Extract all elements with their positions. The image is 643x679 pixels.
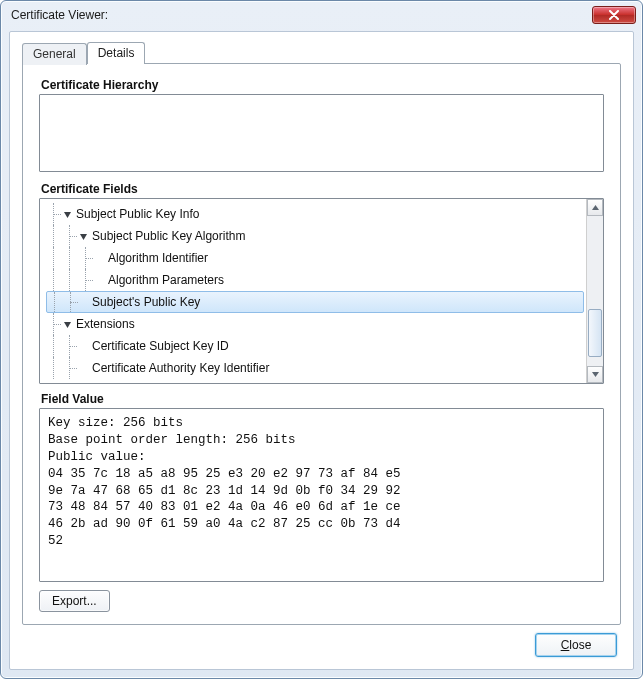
tree-expander-icon[interactable] <box>78 231 89 242</box>
value-label: Field Value <box>41 392 604 406</box>
tab-general[interactable]: General <box>22 43 87 65</box>
scroll-thumb[interactable] <box>588 309 602 357</box>
fields-box: Subject Public Key InfoSubject Public Ke… <box>39 198 604 384</box>
export-button[interactable]: Export... <box>39 590 110 612</box>
certificate-viewer-window: Certificate Viewer: General Details Cert… <box>0 0 643 679</box>
tree-leaf-spacer <box>79 297 90 308</box>
tree-row[interactable]: Subject Public Key Algorithm <box>46 225 586 247</box>
fields-scrollbar[interactable] <box>586 199 603 383</box>
tabstrip: General Details <box>22 42 621 64</box>
tree-row[interactable]: Certificate Authority Key Identifier <box>46 357 586 379</box>
fields-label: Certificate Fields <box>41 182 604 196</box>
tree-item-label: Certificate Subject Key ID <box>92 339 229 353</box>
window-close-button[interactable] <box>592 6 636 24</box>
close-icon <box>608 10 620 20</box>
hierarchy-label: Certificate Hierarchy <box>41 78 604 92</box>
tree-leaf-spacer <box>94 275 105 286</box>
hierarchy-box[interactable] <box>39 94 604 172</box>
scroll-down-button[interactable] <box>587 366 603 383</box>
tree-row[interactable]: Subject Public Key Info <box>46 203 586 225</box>
tree-leaf-spacer <box>94 253 105 264</box>
titlebar[interactable]: Certificate Viewer: <box>1 1 642 29</box>
tree-row[interactable]: Algorithm Parameters <box>46 269 586 291</box>
tree-item-label: Algorithm Identifier <box>108 251 208 265</box>
fields-tree[interactable]: Subject Public Key InfoSubject Public Ke… <box>40 199 586 383</box>
tree-item-label: Extensions <box>76 317 135 331</box>
tree-leaf-spacer <box>78 341 89 352</box>
tab-panel-details: Certificate Hierarchy Certificate Fields… <box>22 63 621 625</box>
close-button-rest: lose <box>569 638 591 652</box>
scroll-track[interactable] <box>587 216 603 366</box>
tree-expander-icon[interactable] <box>62 209 73 220</box>
tab-details[interactable]: Details <box>87 42 146 64</box>
tree-item-label: Subject's Public Key <box>92 295 200 309</box>
tree-leaf-spacer <box>78 363 89 374</box>
client-area: General Details Certificate Hierarchy Ce… <box>9 31 634 670</box>
tree-item-label: Subject Public Key Info <box>76 207 199 221</box>
tree-item-label: Certificate Authority Key Identifier <box>92 361 269 375</box>
tree-item-label: Subject Public Key Algorithm <box>92 229 245 243</box>
scroll-up-button[interactable] <box>587 199 603 216</box>
window-title: Certificate Viewer: <box>11 8 592 22</box>
chevron-down-icon <box>592 372 599 377</box>
tree-item-label: Algorithm Parameters <box>108 273 224 287</box>
chevron-up-icon <box>592 205 599 210</box>
dialog-footer: Close <box>22 625 621 659</box>
tree-expander-icon[interactable] <box>62 319 73 330</box>
field-value-box[interactable]: Key size: 256 bits Base point order leng… <box>39 408 604 582</box>
tree-row[interactable]: Extensions <box>46 313 586 335</box>
tree-row[interactable]: Algorithm Identifier <box>46 247 586 269</box>
close-button[interactable]: Close <box>535 633 617 657</box>
tree-row[interactable]: Certificate Subject Key ID <box>46 335 586 357</box>
tree-row[interactable]: Subject's Public Key <box>46 291 584 313</box>
